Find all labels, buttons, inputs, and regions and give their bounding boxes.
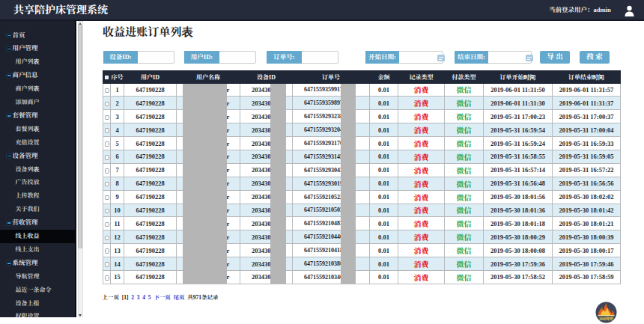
svg-text:360网吧: 360网吧 [599, 317, 614, 321]
